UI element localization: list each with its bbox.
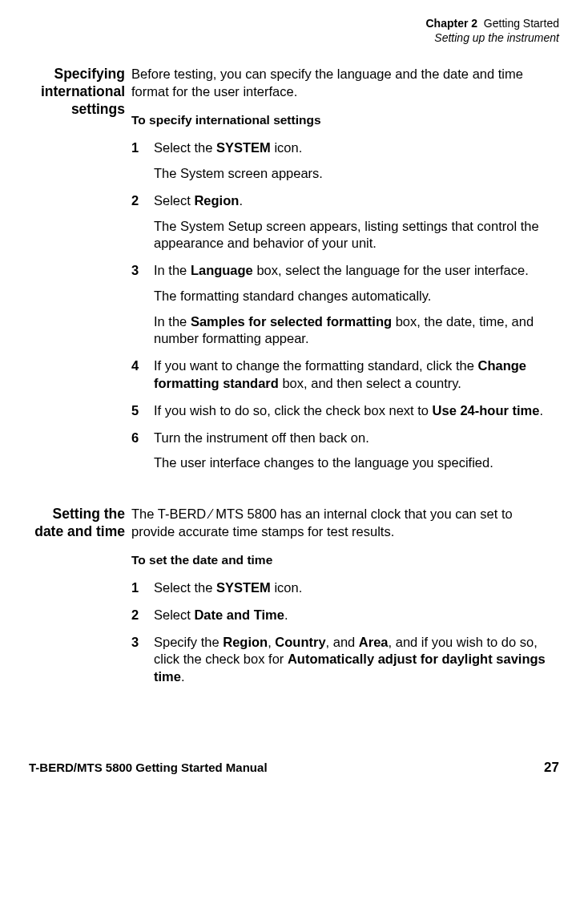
step-line: Select Date and Time. [154, 607, 559, 624]
bold-term: Date and Time [194, 607, 284, 622]
procedure-step: 2Select Region.The System Setup screen a… [131, 192, 559, 252]
side-heading: Setting the date and time [29, 506, 131, 696]
step-number: 3 [131, 634, 154, 686]
footer-manual: T-BERD/MTS 5800 Getting Started Manual [29, 761, 268, 774]
bold-term: Automatically adjust for daylight saving… [154, 652, 546, 684]
step-body: Specify the Region, Country, and Area, a… [154, 634, 559, 686]
bold-term: Region [194, 193, 239, 208]
step-line: If you wish to do so, click the check bo… [154, 402, 559, 420]
step-number: 2 [131, 192, 154, 252]
step-number: 2 [131, 607, 154, 624]
bold-term: SYSTEM [216, 580, 271, 595]
chapter-label: Chapter 2 [425, 17, 477, 30]
bold-term: SYSTEM [216, 140, 271, 155]
step-body: If you want to change the formatting sta… [154, 357, 559, 393]
step-line: Select the SYSTEM icon. [154, 579, 559, 597]
step-body: If you wish to do so, click the check bo… [154, 402, 559, 420]
chapter-title: Getting Started [484, 17, 559, 30]
section-intro: Before testing, you can specify the lang… [131, 66, 559, 101]
step-body: Select Region.The System Setup screen ap… [154, 192, 559, 252]
procedure-step: 4If you want to change the formatting st… [131, 357, 559, 393]
step-line: In the Samples for selected formatting b… [154, 313, 559, 349]
procedure-step: 6Turn the instrument off then back on.Th… [131, 430, 559, 473]
step-line: The user interface changes to the langua… [154, 454, 559, 472]
doc-section: Specifying international settingsBefore … [29, 66, 559, 482]
bold-term: Country [275, 635, 325, 649]
bold-term: Area [359, 635, 389, 649]
step-body: In the Language box, select the language… [154, 262, 559, 348]
page-header: Chapter 2 Getting Started Setting up the… [29, 16, 559, 45]
step-number: 4 [131, 357, 154, 393]
bold-term: Change formatting standard [154, 358, 526, 390]
step-number: 5 [131, 402, 154, 420]
step-body: Select Date and Time. [154, 607, 559, 624]
step-number: 3 [131, 262, 154, 348]
bold-term: Samples for selected formatting [191, 314, 392, 329]
step-body: Select the SYSTEM icon.The System screen… [154, 139, 559, 183]
step-number: 1 [131, 579, 154, 597]
step-number: 6 [131, 430, 154, 473]
procedure-step: 1Select the SYSTEM icon.The System scree… [131, 139, 559, 183]
procedure-step: 3Specify the Region, Country, and Area, … [131, 634, 559, 686]
procedure-step: 2Select Date and Time. [131, 607, 559, 624]
step-line: In the Language box, select the language… [154, 262, 559, 280]
procedure-step: 1Select the SYSTEM icon. [131, 579, 559, 597]
step-line: The System Setup screen appears, listing… [154, 218, 559, 253]
step-line: Specify the Region, Country, and Area, a… [154, 634, 559, 686]
section-subheading: To specify international settings [131, 112, 559, 128]
step-body: Select the SYSTEM icon. [154, 579, 559, 597]
step-line: Select Region. [154, 192, 559, 210]
procedure-step: 5If you wish to do so, click the check b… [131, 402, 559, 420]
bold-term: Region [223, 635, 268, 649]
section-content: The T-BERD ⁄ MTS 5800 has an internal cl… [131, 506, 559, 696]
footer-page-number: 27 [544, 760, 559, 776]
section-title: Setting up the instrument [29, 30, 559, 45]
doc-section: Setting the date and timeThe T-BERD ⁄ MT… [29, 506, 559, 696]
section-subheading: To set the date and time [131, 552, 559, 568]
step-number: 1 [131, 139, 154, 183]
step-line: The formatting standard changes automati… [154, 288, 559, 305]
bold-term: Use 24-hour time [433, 403, 540, 418]
step-line: The System screen appears. [154, 165, 559, 183]
bold-term: Language [191, 263, 253, 277]
step-line: Turn the instrument off then back on. [154, 430, 559, 447]
page-footer: T-BERD/MTS 5800 Getting Started Manual 2… [0, 760, 588, 792]
section-intro: The T-BERD ⁄ MTS 5800 has an internal cl… [131, 506, 559, 541]
section-content: Before testing, you can specify the lang… [131, 66, 559, 482]
step-body: Turn the instrument off then back on.The… [154, 430, 559, 473]
procedure-step: 3In the Language box, select the languag… [131, 262, 559, 348]
side-heading: Specifying international settings [29, 66, 131, 482]
step-line: If you want to change the formatting sta… [154, 357, 559, 393]
step-line: Select the SYSTEM icon. [154, 139, 559, 157]
